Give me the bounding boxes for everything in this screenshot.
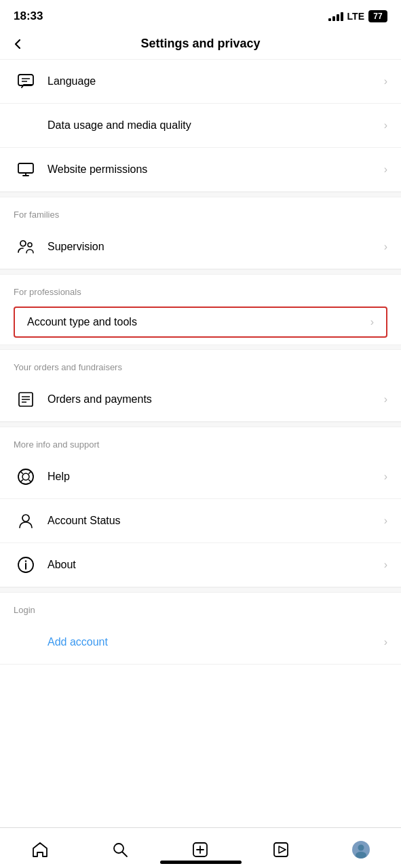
svg-point-13 — [22, 473, 29, 480]
supervision-label: Supervision — [47, 241, 384, 253]
account-type-tools-label: Account type and tools — [27, 316, 370, 328]
menu-item-supervision[interactable]: Supervision › — [0, 225, 401, 269]
account-status-label: Account Status — [47, 515, 384, 527]
signal-bars-icon — [328, 12, 343, 21]
svg-point-21 — [25, 560, 26, 561]
nav-reels[interactable] — [270, 839, 292, 861]
section-label-professionals: For professionals — [0, 275, 401, 302]
chevron-icon: › — [384, 163, 387, 176]
status-bar: 18:33 LTE 77 — [0, 0, 401, 30]
svg-marker-28 — [279, 846, 286, 853]
svg-line-23 — [123, 852, 128, 856]
nav-search[interactable] — [109, 839, 131, 861]
chevron-icon: › — [384, 393, 387, 406]
nav-create[interactable] — [189, 839, 211, 861]
create-icon — [189, 839, 211, 861]
chevron-icon: › — [384, 471, 387, 483]
section-label-orders: Your orders and fundraisers — [0, 350, 401, 378]
supervision-icon — [14, 235, 38, 259]
svg-point-30 — [358, 844, 364, 850]
divider — [0, 344, 401, 350]
page-header: Settings and privacy — [0, 30, 401, 60]
menu-item-add-account[interactable]: Add account › — [0, 620, 401, 665]
divider — [0, 422, 401, 427]
language-label: Language — [47, 75, 384, 87]
reels-icon — [270, 839, 292, 861]
about-label: About — [47, 559, 384, 571]
section-label-families: For families — [0, 197, 401, 225]
section-login: Login Add account › — [0, 593, 401, 665]
menu-item-language[interactable]: Language › — [0, 60, 401, 104]
menu-item-account-status[interactable]: Account Status › — [0, 499, 401, 543]
svg-point-31 — [356, 852, 366, 859]
account-status-icon — [14, 509, 38, 533]
menu-item-about[interactable]: About › — [0, 543, 401, 587]
svg-line-15 — [28, 471, 31, 473]
section-general: Language › Data usage and media quality … — [0, 60, 401, 192]
add-account-label: Add account — [47, 636, 384, 648]
chevron-icon: › — [370, 316, 374, 328]
website-permissions-label: Website permissions — [47, 163, 384, 176]
section-label-support: More info and support — [0, 427, 401, 455]
monitor-icon — [14, 157, 38, 182]
section-support: More info and support Help › Account Sta… — [0, 427, 401, 587]
section-professionals: For professionals Account type and tools… — [0, 275, 401, 344]
search-icon — [109, 839, 131, 861]
orders-icon — [14, 387, 38, 412]
section-label-login: Login — [0, 593, 401, 620]
menu-item-account-type-tools[interactable]: Account type and tools › — [14, 307, 387, 338]
divider — [0, 269, 401, 275]
menu-item-website-permissions[interactable]: Website permissions › — [0, 148, 401, 192]
battery-indicator: 77 — [368, 10, 387, 22]
chevron-icon: › — [384, 241, 387, 253]
home-indicator — [160, 861, 242, 864]
chevron-icon: › — [384, 75, 387, 87]
chevron-icon: › — [384, 119, 387, 132]
nav-home[interactable] — [29, 839, 51, 861]
section-families: For families Supervision › — [0, 197, 401, 269]
chevron-icon: › — [384, 559, 387, 571]
divider — [0, 587, 401, 593]
menu-item-data-usage[interactable]: Data usage and media quality › — [0, 104, 401, 148]
chevron-icon: › — [384, 636, 387, 648]
orders-payments-label: Orders and payments — [47, 393, 384, 406]
svg-point-18 — [22, 515, 29, 521]
chevron-icon: › — [384, 515, 387, 527]
page-title: Settings and privacy — [140, 37, 260, 51]
lte-label: LTE — [347, 11, 364, 22]
section-orders: Your orders and fundraisers Orders and p… — [0, 350, 401, 422]
help-icon — [14, 465, 38, 489]
menu-item-help[interactable]: Help › — [0, 455, 401, 499]
status-time: 18:33 — [14, 9, 43, 23]
svg-rect-0 — [18, 75, 33, 85]
svg-point-6 — [20, 241, 26, 246]
svg-line-14 — [20, 471, 22, 473]
home-icon — [29, 839, 51, 861]
nav-profile[interactable] — [350, 839, 372, 861]
divider — [0, 192, 401, 197]
svg-point-7 — [28, 243, 32, 247]
help-label: Help — [47, 471, 384, 483]
back-button[interactable] — [11, 37, 24, 51]
data-usage-label: Data usage and media quality — [47, 119, 384, 132]
profile-icon — [350, 839, 372, 861]
menu-item-orders-payments[interactable]: Orders and payments › — [0, 378, 401, 422]
svg-rect-3 — [18, 163, 33, 173]
svg-point-12 — [18, 469, 33, 484]
svg-line-16 — [20, 479, 22, 481]
chat-icon — [14, 69, 38, 94]
about-icon — [14, 553, 38, 577]
svg-line-17 — [28, 479, 31, 481]
status-right: LTE 77 — [328, 10, 387, 22]
